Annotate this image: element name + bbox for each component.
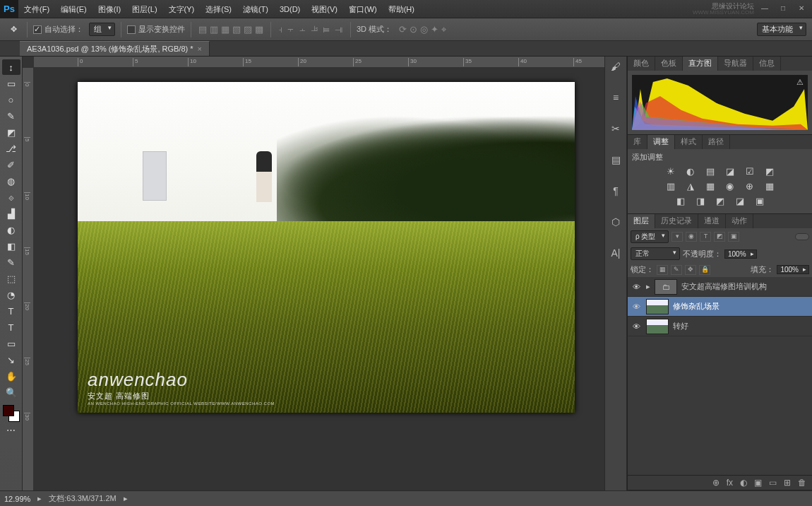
tab-paths[interactable]: 路径 bbox=[703, 135, 730, 149]
layer-row-group[interactable]: 👁 ▸ 🗀 安文超高端修图培训机构 bbox=[628, 277, 812, 297]
tab-library[interactable]: 库 bbox=[628, 135, 647, 149]
adjustment-layer-icon[interactable]: ▣ bbox=[754, 478, 762, 488]
zoom-value[interactable]: 12.99% bbox=[4, 495, 30, 503]
layer-filter-icons[interactable]: ▾◉T◩▣ bbox=[671, 232, 739, 242]
tool-healing[interactable]: ✐ bbox=[2, 157, 20, 172]
menu-3d[interactable]: 3D(D) bbox=[274, 0, 306, 18]
minimize-button[interactable]: — bbox=[757, 4, 772, 14]
menu-filter[interactable]: 滤镜(T) bbox=[237, 0, 274, 18]
tab-navigator[interactable]: 导航器 bbox=[718, 57, 753, 71]
tool-lasso[interactable]: ○ bbox=[2, 92, 20, 107]
document-info[interactable]: 文档:63.3M/371.2M bbox=[49, 493, 116, 504]
fx-icon[interactable]: fx bbox=[727, 478, 733, 488]
arrow-icon[interactable]: ▸ bbox=[37, 494, 42, 503]
menu-select[interactable]: 选择(S) bbox=[200, 0, 237, 18]
tab-channels[interactable]: 通道 bbox=[698, 214, 726, 228]
3d-mode-icons[interactable]: ⟳⊙◎✦⌖ bbox=[398, 24, 448, 35]
dock-clone-icon[interactable]: ✂ bbox=[609, 123, 623, 137]
expand-icon[interactable]: ▸ bbox=[646, 282, 650, 291]
layer-name[interactable]: 安文超高端修图培训机构 bbox=[681, 281, 767, 292]
show-transform-checkbox[interactable]: 显示变换控件 bbox=[127, 24, 185, 35]
layer-filter-toggle[interactable] bbox=[795, 233, 809, 240]
visibility-toggle[interactable]: 👁 bbox=[631, 283, 642, 291]
tool-marquee[interactable]: ▭ bbox=[2, 76, 20, 91]
layer-name[interactable]: 修饰杂乱场景 bbox=[673, 301, 720, 312]
dock-character-icon[interactable]: A| bbox=[609, 247, 623, 261]
menu-type[interactable]: 文字(Y) bbox=[163, 0, 201, 18]
dock-paragraph-icon[interactable]: ¶ bbox=[609, 185, 623, 199]
adjust-row-3[interactable]: ◧◨◩◪▣ bbox=[632, 196, 808, 207]
document-canvas[interactable]: anwenchao 安文超 高端修图 AN WENCHAO HIGH-END G… bbox=[78, 82, 575, 413]
layer-filter-dropdown[interactable]: ρ 类型 bbox=[631, 230, 669, 243]
tool-path[interactable]: T bbox=[2, 319, 20, 335]
tool-history-brush[interactable]: ▟ bbox=[2, 206, 20, 221]
tool-shape[interactable]: ▭ bbox=[2, 336, 20, 351]
dock-3d-icon[interactable]: ⬡ bbox=[609, 216, 623, 230]
dock-properties-icon[interactable]: ▤ bbox=[609, 154, 623, 168]
delete-layer-icon[interactable]: 🗑 bbox=[798, 478, 806, 488]
align-icons[interactable]: ▤▥▦▧▨▩ bbox=[197, 24, 265, 35]
visibility-toggle[interactable]: 👁 bbox=[631, 302, 642, 311]
tab-layers[interactable]: 图层 bbox=[628, 214, 655, 228]
new-layer-icon[interactable]: ⊞ bbox=[784, 478, 791, 488]
tab-styles[interactable]: 样式 bbox=[675, 135, 703, 149]
tab-color[interactable]: 颜色 bbox=[628, 57, 655, 71]
auto-select-checkbox[interactable]: 自动选择： bbox=[33, 24, 83, 35]
mask-icon[interactable]: ◐ bbox=[740, 478, 747, 488]
menu-image[interactable]: 图像(I) bbox=[92, 0, 126, 18]
tab-history[interactable]: 历史记录 bbox=[655, 214, 698, 228]
tool-dodge[interactable]: ⬚ bbox=[2, 271, 20, 286]
tool-crop[interactable]: ◩ bbox=[2, 124, 20, 140]
tool-type[interactable]: T bbox=[2, 303, 20, 319]
close-button[interactable]: ✕ bbox=[794, 4, 809, 14]
menu-edit[interactable]: 编辑(E) bbox=[55, 0, 92, 18]
tool-more[interactable]: 🔍 bbox=[2, 384, 20, 400]
adjust-row-1[interactable]: ☀◐▤◪☑◩ bbox=[632, 166, 808, 177]
menu-file[interactable]: 文件(F) bbox=[18, 0, 55, 18]
tab-swatches[interactable]: 色板 bbox=[655, 57, 683, 71]
group-icon[interactable]: ▭ bbox=[769, 478, 777, 488]
tab-close-icon[interactable]: × bbox=[198, 45, 202, 53]
layer-row-selected[interactable]: 👁 修饰杂乱场景 bbox=[628, 297, 812, 317]
tab-info[interactable]: 信息 bbox=[753, 57, 781, 71]
blend-mode-dropdown[interactable]: 正常 bbox=[631, 247, 680, 260]
dock-brushpresets-icon[interactable]: ≡ bbox=[609, 92, 623, 106]
histogram-warning-icon[interactable]: ⚠ bbox=[796, 78, 804, 87]
adjust-row-2[interactable]: ▥◮▦◉⊕▦ bbox=[632, 181, 808, 192]
canvas-area[interactable]: 051015202530354045 051015202530 anwencha… bbox=[23, 57, 604, 490]
menu-view[interactable]: 视图(V) bbox=[306, 0, 343, 18]
tool-quick-select[interactable]: ✎ bbox=[2, 108, 20, 124]
tool-eraser[interactable]: ◐ bbox=[2, 222, 20, 237]
link-layers-icon[interactable]: ⊕ bbox=[712, 478, 720, 488]
menu-help[interactable]: 帮助(H) bbox=[383, 0, 420, 18]
menu-layer[interactable]: 图层(L) bbox=[126, 0, 162, 18]
workspace-dropdown[interactable]: 基本功能 bbox=[757, 23, 806, 36]
document-tab[interactable]: AE3A1036.psd @ 13% (修饰杂乱场景, RGB/8) * × bbox=[20, 41, 210, 56]
dock-brush-icon[interactable]: 🖌 bbox=[609, 61, 623, 75]
tool-blur[interactable]: ✎ bbox=[2, 254, 20, 270]
auto-select-dropdown[interactable]: 组 bbox=[89, 23, 115, 36]
color-swatches[interactable] bbox=[3, 405, 20, 422]
tool-brush[interactable]: ◍ bbox=[2, 173, 20, 189]
lock-icons[interactable]: ▦✎✥🔒 bbox=[657, 265, 710, 275]
fill-input[interactable]: 100% bbox=[777, 265, 809, 274]
layer-row[interactable]: 👁 转好 bbox=[628, 317, 812, 336]
menu-window[interactable]: 窗口(W) bbox=[343, 0, 383, 18]
tab-histogram[interactable]: 直方图 bbox=[683, 57, 718, 71]
tool-quickmask[interactable]: ⋯ bbox=[2, 422, 20, 437]
layer-name[interactable]: 转好 bbox=[673, 321, 688, 331]
tool-pen[interactable]: ◔ bbox=[2, 287, 20, 302]
tool-zoom[interactable]: ✋ bbox=[2, 368, 20, 384]
tool-move[interactable]: ↕ bbox=[2, 59, 20, 75]
tab-adjustments[interactable]: 调整 bbox=[647, 135, 675, 149]
tool-gradient[interactable]: ◧ bbox=[2, 238, 20, 254]
tool-hand[interactable]: ↘ bbox=[2, 352, 20, 367]
maximize-button[interactable]: □ bbox=[775, 4, 791, 14]
tool-eyedropper[interactable]: ⎇ bbox=[2, 141, 20, 156]
tool-stamp[interactable]: ⟐ bbox=[2, 189, 20, 205]
distribute-icons[interactable]: ⫞⫟⫠⫡⫢⫣ bbox=[277, 24, 345, 35]
opacity-input[interactable]: 100% bbox=[724, 249, 757, 259]
visibility-toggle[interactable]: 👁 bbox=[631, 322, 642, 331]
arrow-icon[interactable]: ▸ bbox=[124, 494, 128, 503]
tab-actions[interactable]: 动作 bbox=[726, 214, 753, 228]
